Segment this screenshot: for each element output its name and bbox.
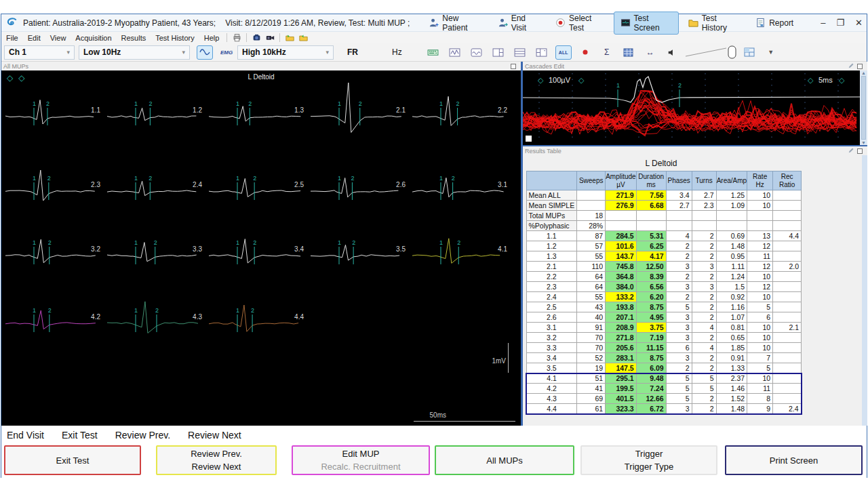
table-row[interactable]: 4.241199.57.24551.4611 — [526, 384, 802, 394]
table-row[interactable]: 1.187284.55.31420.69134.4 — [526, 231, 802, 241]
table-row[interactable]: 1.355143.74.17220.9511 — [526, 251, 802, 262]
mup-trace-4.1[interactable]: 124.1 — [408, 222, 510, 289]
expand-icon[interactable]: ↔ — [642, 45, 658, 60]
minimize-button[interactable]: – — [821, 18, 825, 27]
bottom-menu-end-visit[interactable]: End Visit — [7, 430, 44, 441]
mup-waveform-canvas[interactable]: ◇◇ L Deltoid 121.1121.2121.3122.1122.212… — [1, 70, 521, 426]
panel-tools-icon[interactable] — [848, 147, 854, 155]
mup-trace-3.3[interactable]: 123.3 — [103, 222, 205, 289]
close-button[interactable]: ✕ — [855, 18, 863, 27]
mup-trace-2.1[interactable]: 122.1 — [307, 83, 408, 157]
table-row[interactable]: 3.370205.611.15641.8510 — [526, 343, 802, 353]
mup-trace-4.2[interactable]: 124.2 — [1, 289, 103, 367]
table-row[interactable]: Total MUPs18 — [526, 211, 802, 221]
all-mups-button[interactable]: All MUPs — [435, 445, 574, 475]
mup-trace-3.1[interactable]: 123.1 — [408, 157, 510, 222]
grid-icon[interactable] — [620, 45, 637, 60]
table-row[interactable]: 1.257101.66.25221.4812 — [526, 241, 802, 251]
camera-icon[interactable] — [250, 33, 263, 42]
table-row[interactable]: 4.369401.512.66521.528 — [526, 394, 802, 404]
mup-trace-1.1[interactable]: 121.1 — [1, 83, 103, 157]
filter-wave-icon[interactable] — [197, 45, 213, 60]
edit-mup-button[interactable]: Edit MUPRecalc. Recruitment — [292, 445, 430, 475]
menu-results[interactable]: Results — [117, 34, 151, 42]
table-row[interactable]: 4.151295.19.48552.3710 — [526, 373, 802, 384]
table-row[interactable]: 2.543193.88.75521.165 — [526, 302, 802, 312]
record-dot-icon[interactable] — [577, 45, 593, 60]
high-filter-select[interactable]: High 10kHz▾ — [237, 45, 334, 60]
scroll-down-icon[interactable]: ▼ — [861, 140, 866, 145]
print-screen-button[interactable]: Print Screen — [725, 445, 863, 475]
new-patient-button[interactable]: +New Patient — [422, 12, 488, 35]
table-row[interactable]: 2.364384.06.56331.512 — [526, 282, 802, 292]
results-scrollbar[interactable] — [862, 155, 867, 426]
low-filter-select[interactable]: Low 10Hz▾ — [79, 45, 190, 60]
channel-select[interactable]: Ch 1▾ — [4, 45, 75, 60]
sum-icon[interactable]: Σ — [599, 45, 615, 60]
exit-test-button[interactable]: Exit Test — [4, 445, 141, 475]
bottom-menu-exit-test[interactable]: Exit Test — [62, 430, 98, 441]
mup-trace-2.2[interactable]: 122.2 — [408, 83, 510, 157]
table-row[interactable]: 3.452283.18.75320.917 — [526, 353, 802, 363]
mup-trace-3.2[interactable]: 123.2 — [1, 222, 103, 289]
cascade-scrollbar[interactable]: ▲▼ — [860, 70, 867, 145]
table-row[interactable]: 3.519147.56.09221.335 — [526, 363, 802, 373]
test-screen-button[interactable]: Test Screen — [614, 12, 679, 35]
select-test-button[interactable]: Select Test — [549, 12, 611, 35]
folder-import-icon[interactable] — [283, 33, 296, 42]
bottom-menu-review-next[interactable]: Review Next — [188, 430, 241, 441]
table-row[interactable]: 4.461323.36.72321.4892.4 — [526, 404, 802, 414]
mup-trace-2.5[interactable]: 122.5 — [205, 157, 307, 222]
all-mups-view-icon[interactable]: ALL — [555, 45, 572, 60]
scroll-thumb[interactable] — [861, 76, 866, 140]
mup-trace-4.4[interactable]: 124.4 — [205, 289, 307, 367]
mup-trace-1.2[interactable]: 121.2 — [103, 83, 205, 157]
layout-dropdown-icon[interactable]: ▼ — [763, 45, 779, 60]
maximize-panel-icon[interactable] — [857, 148, 863, 154]
speaker-icon[interactable] — [664, 45, 680, 60]
scroll-up-icon[interactable]: ▲ — [861, 70, 866, 75]
menu-view[interactable]: View — [45, 34, 71, 42]
table-row[interactable]: Mean ALL271.97.563.42.71.2510 — [526, 190, 802, 201]
table-row[interactable]: %Polyphasic28% — [526, 221, 802, 231]
layout-split-top-icon[interactable] — [512, 45, 528, 60]
table-row[interactable]: 3.191208.93.75340.81102.1 — [526, 323, 802, 333]
mup-trace-3.4[interactable]: 123.4 — [205, 222, 307, 289]
end-visit-button[interactable]: End Visit — [491, 12, 546, 35]
test-history-button[interactable]: Test History — [682, 12, 746, 35]
emg-mode-icon[interactable]: EMG — [218, 45, 235, 60]
mup-trace-4.3[interactable]: 124.3 — [103, 289, 205, 367]
menu-test-history[interactable]: Test History — [151, 34, 199, 42]
mup-trace-2.4[interactable]: 122.4 — [103, 157, 205, 222]
layout-preset-icon[interactable] — [741, 45, 757, 60]
print-icon[interactable] — [230, 33, 243, 42]
mup-trace-2.6[interactable]: 122.6 — [307, 157, 408, 222]
mup-trace-2.3[interactable]: 122.3 — [1, 157, 103, 222]
table-row[interactable]: 2.1110745.812.50331.11122.0 — [526, 262, 802, 272]
maximize-panel-icon[interactable] — [511, 64, 516, 69]
keyboard-icon[interactable] — [425, 45, 441, 60]
trigger-button[interactable]: TriggerTrigger Type — [580, 445, 717, 475]
cascade-waveform-canvas[interactable]: 12◇100µV◇◇5ms◇ ▲▼ — [523, 70, 867, 145]
report-button[interactable]: Report — [749, 16, 800, 30]
results-table[interactable]: SweepsAmplitudeµVDurationmsPhasesTurnsAr… — [526, 171, 802, 415]
layout-split-right-icon[interactable] — [534, 45, 550, 60]
maximize-button[interactable]: ❐ — [836, 18, 844, 27]
table-row[interactable]: 2.640207.14.95321.076 — [526, 312, 802, 323]
video-camera-icon[interactable] — [263, 33, 277, 42]
mup-trace-3.5[interactable]: 123.5 — [307, 222, 408, 289]
menu-file[interactable]: File — [1, 34, 23, 42]
menu-edit[interactable]: Edit — [23, 34, 45, 42]
review-prev-next-button[interactable]: Review Prev.Review Next — [156, 445, 277, 475]
table-row[interactable]: 3.270271.87.19320.6510 — [526, 333, 802, 343]
table-row[interactable]: 2.264364.88.39221.2410 — [526, 272, 802, 282]
table-row[interactable]: Mean SIMPLE276.96.682.72.31.0910 — [526, 201, 802, 211]
mup-trace-1.3[interactable]: 121.3 — [205, 83, 307, 157]
table-row[interactable]: 2.455133.26.20220.9210 — [526, 292, 802, 302]
sweep-wave-icon[interactable] — [469, 45, 485, 60]
waveform-icon[interactable] — [447, 45, 463, 60]
bottom-menu-review-prev-[interactable]: Review Prev. — [115, 430, 170, 441]
menu-help[interactable]: Help — [199, 34, 224, 42]
folder-export-icon[interactable] — [296, 33, 310, 42]
volume-slider[interactable] — [684, 45, 737, 60]
